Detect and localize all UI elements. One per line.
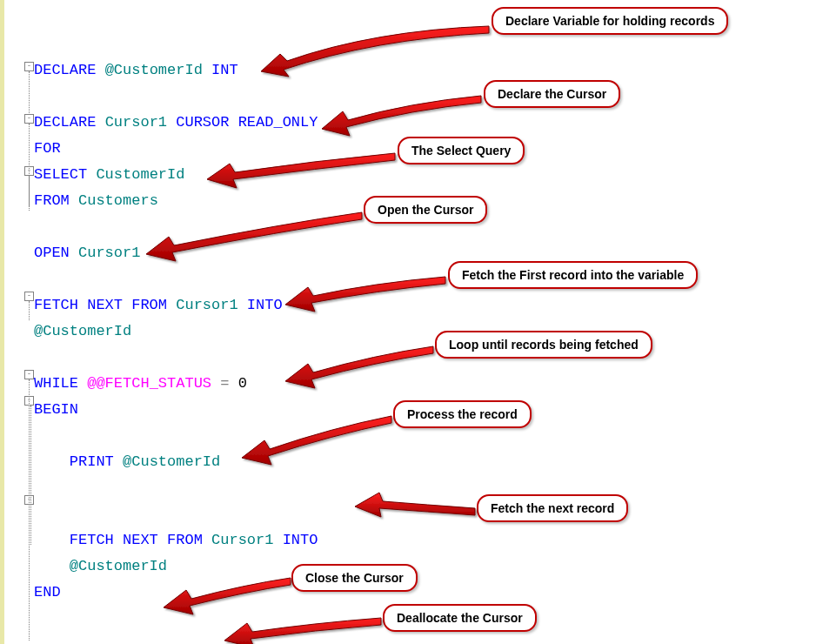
- identifier: Cursor1: [105, 114, 177, 131]
- fold-toggle[interactable]: -: [24, 114, 34, 124]
- fold-toggle[interactable]: -: [24, 370, 34, 379]
- keyword: PRINT: [34, 453, 123, 470]
- variable: @CustomerId: [123, 453, 220, 470]
- keyword: INT: [211, 62, 238, 78]
- callout-fetch-first: Fetch the First record into the variable: [448, 261, 698, 289]
- callout-open-cursor: Open the Cursor: [364, 196, 487, 224]
- keyword: FETCH NEXT FROM: [34, 532, 211, 548]
- callout-process: Process the record: [393, 400, 532, 428]
- keyword: INTO: [247, 297, 283, 313]
- callout-select-query: The Select Query: [398, 137, 525, 164]
- keyword: FROM: [34, 192, 78, 209]
- keyword: DECLARE: [34, 114, 105, 131]
- identifier: Customers: [78, 192, 158, 209]
- fold-toggle[interactable]: -: [24, 62, 34, 71]
- operator: =: [220, 375, 237, 392]
- variable: @CustomerId: [34, 323, 131, 339]
- system-variable: @@FETCH_STATUS: [87, 375, 220, 392]
- keyword: BEGIN: [34, 401, 78, 418]
- keyword: DECLARE: [34, 62, 105, 78]
- keyword: SELECT: [34, 166, 96, 183]
- keyword: OPEN: [34, 245, 78, 261]
- identifier: Cursor1: [176, 297, 247, 313]
- keyword: INTO: [283, 532, 318, 548]
- callout-loop: Loop until records being fetched: [435, 331, 652, 359]
- keyword: FETCH NEXT FROM: [34, 297, 176, 313]
- variable: @CustomerId: [34, 558, 167, 574]
- code-block: DECLARE @CustomerId INT DECLARE Cursor1 …: [34, 0, 365, 644]
- identifier: CustomerId: [96, 166, 184, 183]
- callout-declare-cursor: Declare the Cursor: [484, 80, 620, 108]
- literal: 0: [238, 375, 247, 392]
- callout-fetch-next: Fetch the next record: [477, 494, 628, 522]
- callout-close: Close the Cursor: [291, 564, 418, 592]
- keyword: END: [34, 584, 61, 600]
- identifier: Cursor1: [78, 245, 140, 261]
- fold-toggle[interactable]: -: [24, 292, 34, 301]
- keyword: FOR: [34, 140, 61, 157]
- callout-declare-variable: Declare Variable for holding records: [492, 7, 728, 35]
- callout-deallocate: Deallocate the Cursor: [383, 604, 537, 632]
- keyword: WHILE: [34, 375, 87, 392]
- identifier: Cursor1: [211, 532, 283, 548]
- variable: @CustomerId: [105, 62, 211, 78]
- keyword: CURSOR READ_ONLY: [176, 114, 318, 131]
